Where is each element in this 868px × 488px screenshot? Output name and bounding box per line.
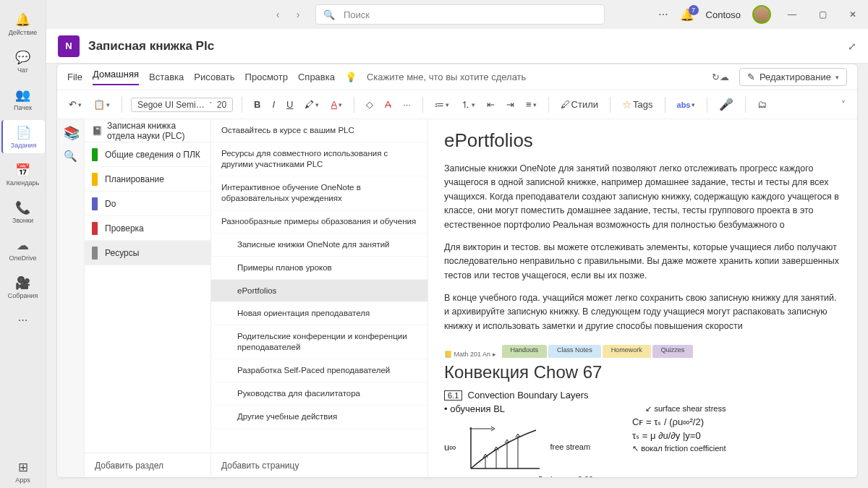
page-item[interactable]: Новая ориентация преподавателя bbox=[211, 302, 427, 325]
tell-me-input[interactable]: Скажите мне, что вы хотите сделать bbox=[367, 72, 526, 82]
nav-forward-button[interactable]: › bbox=[289, 6, 307, 23]
apps-icon: ⊞ bbox=[15, 459, 31, 475]
chat-icon: 💬 bbox=[15, 49, 31, 65]
highlight-button[interactable]: 🖍▾ bbox=[302, 98, 322, 111]
page-item[interactable]: Разработка Self-Paced преподавателей bbox=[211, 359, 427, 382]
tab-quizzes[interactable]: Quizzes bbox=[652, 345, 694, 358]
window-maximize[interactable]: ▢ bbox=[813, 5, 832, 24]
ribbon-chevron[interactable]: ˅ bbox=[838, 98, 848, 111]
menu-help[interactable]: Справка bbox=[298, 72, 335, 82]
styles-button[interactable]: 🖊Стили bbox=[558, 98, 601, 111]
section-label: Do bbox=[105, 199, 116, 209]
clear-format-button[interactable]: ◇ bbox=[363, 98, 376, 111]
library-icon[interactable]: 📚 bbox=[64, 125, 78, 140]
collapse-icon[interactable]: ⤢ bbox=[848, 40, 856, 52]
rail-chat[interactable]: 💬Чат bbox=[1, 45, 45, 78]
search-input[interactable]: 🔍 Поиск bbox=[315, 4, 605, 25]
align-button[interactable]: ≡▾ bbox=[523, 98, 540, 111]
menu-draw[interactable]: Рисовать bbox=[194, 72, 234, 82]
document-pane[interactable]: ePortfolios Записные книжки OneNote для … bbox=[428, 119, 857, 477]
undo-button[interactable]: ↶▾ bbox=[66, 98, 85, 111]
tab-classnotes[interactable]: Class Notes bbox=[548, 345, 601, 358]
sections-pane: 📓 Записная книжка отдела науки (PLC) Общ… bbox=[85, 119, 211, 477]
boundary-layer-sketch-icon bbox=[464, 421, 543, 472]
menu-file[interactable]: File bbox=[67, 72, 82, 82]
font-family-select[interactable]: Segoe UI Semi…˅20 bbox=[131, 98, 233, 112]
handwritten-title: Конвекция Chow 67 bbox=[444, 362, 841, 382]
page-item[interactable]: Другие учебные действия bbox=[211, 406, 427, 429]
sync-icon[interactable]: ↻☁ bbox=[712, 72, 729, 82]
dictate-button[interactable]: 🎤 bbox=[716, 96, 736, 113]
italic-button[interactable]: I bbox=[269, 98, 278, 111]
rail-onedrive[interactable]: ☁OneDrive bbox=[1, 233, 45, 266]
tags-button[interactable]: ☆Tags bbox=[619, 97, 655, 113]
indent-button[interactable]: ⇥ bbox=[503, 98, 517, 111]
outdent-button[interactable]: ⇤ bbox=[484, 98, 498, 111]
rail-teams[interactable]: 👥Пачек bbox=[1, 82, 45, 116]
tab-homework[interactable]: Homework bbox=[603, 345, 651, 358]
section-label: Ресурсы bbox=[105, 248, 139, 258]
more-menu[interactable]: ··· bbox=[658, 8, 668, 21]
page-item[interactable]: ePortfolios bbox=[211, 280, 427, 303]
menu-home[interactable]: Домашняя bbox=[93, 69, 139, 85]
page-item[interactable]: Руководства для фасилитатора bbox=[211, 382, 427, 406]
doc-icon: 📄 bbox=[16, 124, 32, 140]
section-item[interactable]: Ресурсы bbox=[85, 241, 210, 265]
page-item[interactable]: Ресурсы для совместного использования с … bbox=[211, 142, 427, 176]
people-icon: 👥 bbox=[15, 87, 31, 103]
more-icon: ··· bbox=[15, 312, 31, 328]
notifications-button[interactable]: 🔔 bbox=[680, 8, 694, 22]
content-area: 📚 🔍 📓 Записная книжка отдела науки (PLC)… bbox=[57, 119, 857, 477]
page-item[interactable]: Оставайтесь в курсе с вашим PLC bbox=[211, 119, 427, 142]
page-title: ePortfolios bbox=[444, 129, 841, 152]
page-item[interactable]: Записные книжки OneNote для занятий bbox=[211, 234, 427, 257]
section-item[interactable]: Проверка bbox=[85, 216, 210, 241]
pen-icon: ✎ bbox=[747, 72, 755, 82]
video-icon: 🎥 bbox=[15, 275, 31, 291]
section-item[interactable]: Do bbox=[85, 192, 210, 216]
menu-view[interactable]: Просмотр bbox=[245, 72, 288, 82]
section-color-tab bbox=[92, 148, 98, 161]
tab-strip: N Записная книжка Plc ⤢ bbox=[46, 29, 868, 64]
avatar[interactable] bbox=[752, 5, 771, 24]
rail-apps[interactable]: ⊞Apps bbox=[1, 455, 45, 488]
section-label: Общие сведения о ПЛК bbox=[105, 150, 200, 160]
tab-handouts[interactable]: Handouts bbox=[502, 345, 548, 358]
rail-calendar[interactable]: 📅Календарь bbox=[1, 158, 45, 191]
add-section-button[interactable]: Добавить раздел bbox=[85, 453, 210, 477]
window-close[interactable]: ✕ bbox=[843, 5, 862, 24]
ribbon-more[interactable]: ··· bbox=[400, 98, 414, 111]
rail-meetings[interactable]: 🎥Собрания bbox=[1, 270, 45, 304]
editing-mode-button[interactable]: ✎ Редактирование▾ bbox=[739, 68, 847, 86]
add-page-button[interactable]: Добавить страницу bbox=[211, 453, 427, 477]
page-item[interactable]: Родительские конференции и конференции п… bbox=[211, 325, 427, 359]
bullets-button[interactable]: ≔▾ bbox=[432, 98, 452, 111]
paragraph: Для викторин и тестов. вы можете отслежи… bbox=[444, 241, 841, 283]
nav-back-button[interactable]: ‹ bbox=[269, 6, 286, 23]
feed-button[interactable]: 🗂 bbox=[754, 98, 770, 111]
handwritten-notes: 6.1 Convection Boundary Layers • обучени… bbox=[444, 390, 841, 477]
org-label: Contoso bbox=[706, 9, 741, 20]
rail-calls[interactable]: 📞Звонки bbox=[1, 195, 45, 228]
page-item[interactable]: Разнообразные примеры образования и обуч… bbox=[211, 210, 427, 234]
underline-button[interactable]: U bbox=[284, 98, 296, 111]
format-painter-button[interactable]: A̶ bbox=[382, 98, 394, 111]
page-item[interactable]: Интерактивное обучение OneNote в образов… bbox=[211, 176, 427, 210]
rail-more[interactable]: ··· bbox=[1, 308, 45, 334]
page-item[interactable]: Примеры планов уроков bbox=[211, 257, 427, 280]
paste-button[interactable]: 📋▾ bbox=[90, 98, 113, 111]
search-notebook-icon[interactable]: 🔍 bbox=[64, 150, 77, 163]
window-minimize[interactable]: — bbox=[783, 5, 801, 24]
rail-activity[interactable]: 🔔Действие bbox=[1, 7, 45, 40]
search-placeholder: Поиск bbox=[344, 9, 370, 20]
menu-insert[interactable]: Вставка bbox=[149, 72, 184, 82]
section-color-tab bbox=[92, 222, 98, 235]
font-color-button[interactable]: A▾ bbox=[328, 98, 345, 111]
notebook-header[interactable]: 📓 Записная книжка отдела науки (PLC) bbox=[85, 119, 210, 142]
bold-button[interactable]: B bbox=[251, 98, 263, 111]
rail-assignments[interactable]: 📄Задания bbox=[1, 120, 45, 153]
section-item[interactable]: Общие сведения о ПЛК bbox=[85, 142, 210, 167]
section-item[interactable]: Планирование bbox=[85, 167, 210, 192]
numbering-button[interactable]: ⒈▾ bbox=[458, 97, 478, 113]
spellcheck-button[interactable]: abs▾ bbox=[674, 99, 699, 111]
